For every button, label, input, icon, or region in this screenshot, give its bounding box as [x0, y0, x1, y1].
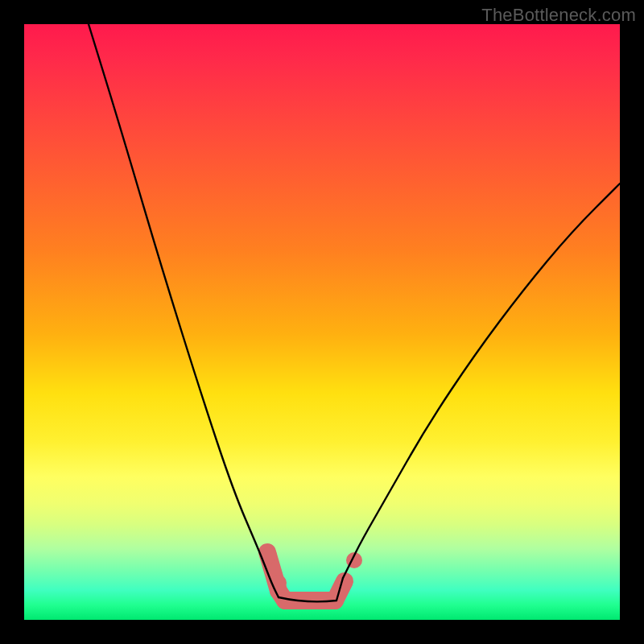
chart-svg — [24, 24, 620, 620]
right-curve — [343, 184, 620, 578]
watermark-text: TheBottleneck.com — [481, 5, 636, 26]
worm-dot — [270, 575, 287, 591]
left-curve — [89, 24, 279, 597]
